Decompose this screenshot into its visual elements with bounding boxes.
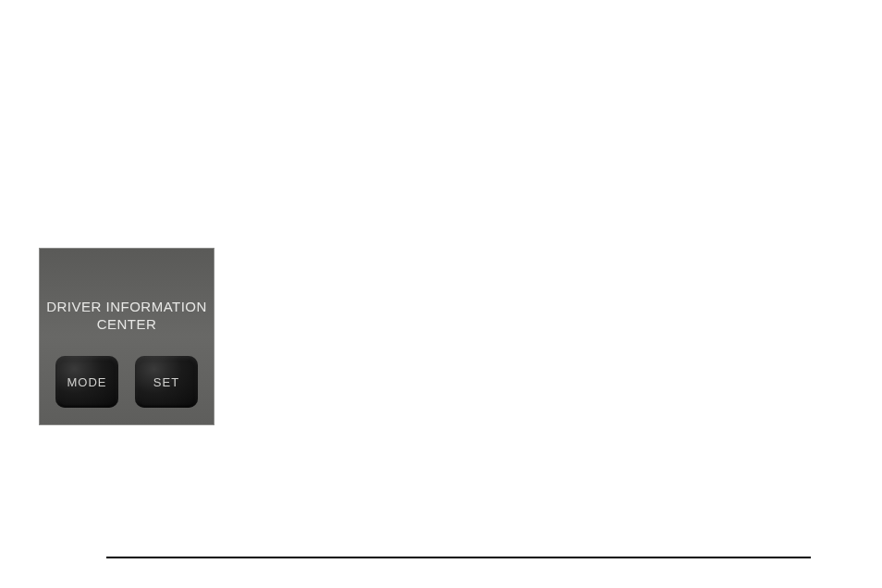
mode-button[interactable]: MODE xyxy=(55,356,118,408)
driver-information-center-panel: DRIVER INFORMATION CENTER MODE SET xyxy=(39,248,214,425)
panel-title: DRIVER INFORMATION CENTER xyxy=(40,299,214,334)
button-row: MODE SET xyxy=(40,356,214,408)
set-button[interactable]: SET xyxy=(135,356,198,408)
panel-title-line2: CENTER xyxy=(97,316,157,332)
horizontal-rule xyxy=(106,557,811,558)
panel-title-line1: DRIVER INFORMATION xyxy=(46,299,207,314)
